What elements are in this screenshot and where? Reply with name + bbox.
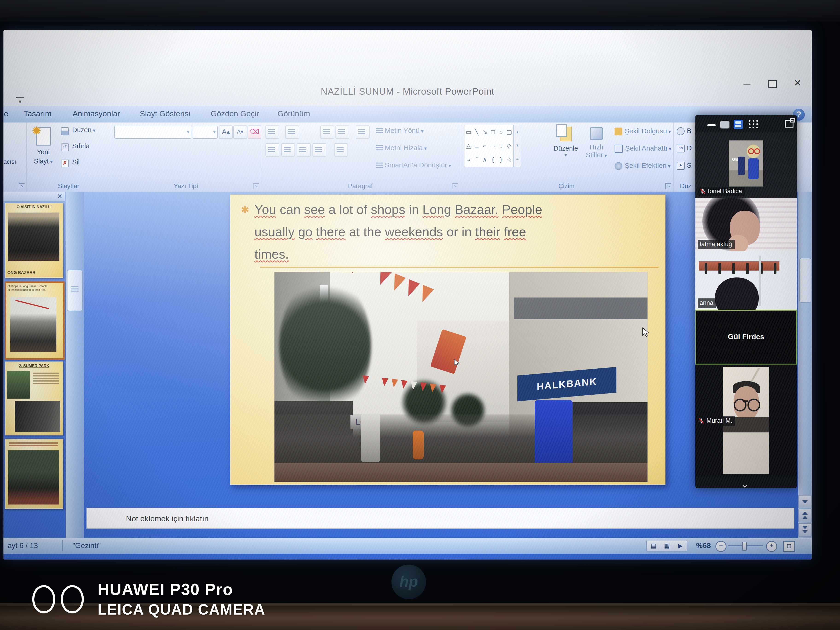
shape-left-brace-icon[interactable] — [489, 153, 497, 167]
speaker-view-icon[interactable] — [734, 120, 743, 129]
meeting-collapse-icon[interactable] — [720, 121, 729, 128]
shape-rectangle-icon[interactable] — [489, 125, 497, 139]
reset-button[interactable]: ↺ Sıfırla — [61, 142, 90, 151]
format-painter-label-partial[interactable]: acısı — [3, 158, 16, 165]
tab-tasarim[interactable]: Tasarım — [24, 109, 52, 118]
shape-oval-icon[interactable] — [497, 125, 505, 139]
tab-gozden-gecir[interactable]: Gözden Geçir — [211, 109, 259, 118]
slide-sorter-button[interactable] — [660, 540, 674, 551]
shape-down-arrow-icon[interactable] — [497, 139, 505, 153]
shape-right-arrow-icon[interactable] — [489, 139, 497, 153]
shape-fill-button[interactable]: Şekil Dolgusu — [614, 127, 671, 136]
tab-slayt-gosterisi[interactable]: Slayt Gösterisi — [140, 109, 190, 118]
line-spacing-button[interactable] — [356, 125, 369, 139]
delete-slide-button[interactable]: ✗ Sil — [61, 158, 80, 167]
collapse-strip-chevron-icon[interactable] — [741, 478, 749, 488]
quick-styles-button[interactable]: Hızlı Stiller — [581, 125, 611, 178]
cizim-dialog-launcher-icon[interactable] — [665, 183, 671, 189]
decrease-indent-button[interactable] — [320, 125, 334, 139]
font-name-combo[interactable] — [114, 126, 191, 139]
gallery-view-icon[interactable] — [748, 119, 758, 129]
arrange-button[interactable]: Düzenle — [552, 125, 579, 178]
align-right-button[interactable] — [297, 143, 311, 156]
shape-rounded-rectangle-icon[interactable] — [505, 125, 513, 139]
pano-dialog-launcher-icon[interactable] — [19, 183, 25, 189]
shape-right-brace-icon[interactable] — [497, 153, 505, 167]
shape-curve-icon[interactable] — [481, 153, 489, 167]
restore-button[interactable] — [765, 77, 780, 88]
fit-to-window-button[interactable] — [783, 541, 795, 552]
thumbnail-panel-scrollbar[interactable] — [66, 191, 84, 538]
clear-formatting-button[interactable]: ⌫ — [248, 125, 261, 139]
slide-thumbnail-7[interactable]: 2. SUMER PARK — [5, 362, 63, 436]
select-button[interactable]: ➤S — [677, 162, 691, 170]
notes-pane[interactable]: Not eklemek için tıklatın — [86, 508, 794, 529]
grow-font-button[interactable]: A▴ — [219, 125, 233, 139]
participant-tile-fatma[interactable]: fatma aktuğ — [695, 198, 797, 251]
tab-partial-left[interactable]: e — [4, 109, 8, 118]
slide-scrollbar-thumb[interactable] — [799, 258, 812, 303]
participant-tile-ionel[interactable]: oa Ionel Bădica — [695, 133, 797, 198]
convert-smartart-button[interactable]: SmartArt'a Dönüştür — [376, 161, 451, 169]
minimize-button[interactable] — [740, 77, 754, 88]
previous-slide-button[interactable] — [798, 509, 812, 522]
shape-arc-icon[interactable] — [472, 153, 480, 167]
close-button[interactable] — [791, 77, 805, 88]
align-text-button[interactable]: Metni Hizala — [376, 144, 427, 152]
paragraf-dialog-launcher-icon[interactable] — [452, 183, 458, 189]
numbering-button[interactable] — [285, 125, 299, 139]
increase-indent-button[interactable] — [335, 125, 349, 139]
street-photo[interactable]: LC WAIKIKI HALKBANK LC — [274, 272, 648, 482]
participant-tile-murati[interactable]: Murati M. — [695, 365, 797, 477]
shapes-gallery[interactable] — [464, 125, 514, 167]
shape-outline-button[interactable]: Şekil Anahattı — [614, 144, 671, 153]
meeting-minimize-icon[interactable] — [707, 124, 716, 126]
align-left-button[interactable] — [265, 143, 279, 156]
shapes-scroll-buttons[interactable]: ▴▾≡ — [514, 125, 521, 167]
slide-canvas[interactable]: ✱ You can see a lot of shops in Long Baz… — [230, 194, 665, 485]
zoom-slider-handle[interactable] — [742, 542, 747, 551]
bullets-button[interactable] — [265, 125, 279, 139]
slide-scrollbar[interactable] — [798, 191, 812, 538]
scroll-down-button[interactable] — [798, 495, 812, 508]
shape-elbow-arrow-icon[interactable] — [481, 139, 489, 153]
shape-textbox-icon[interactable] — [464, 125, 472, 139]
slide-thumbnail-5[interactable]: O VISIT IN NAZILLI ONG BAZAAR — [5, 203, 63, 278]
new-slide-button[interactable]: ✹ Yeni Slayt — [30, 126, 57, 178]
shape-scribble-icon[interactable] — [464, 153, 472, 167]
panel-close-icon[interactable]: ✕ — [57, 193, 62, 200]
participant-tile-anna[interactable]: anna — [695, 251, 797, 310]
text-direction-button[interactable]: Metin Yönü — [376, 126, 423, 134]
layout-button[interactable]: Düzen — [61, 126, 95, 135]
font-size-combo[interactable] — [193, 126, 218, 139]
align-center-button[interactable] — [281, 143, 295, 156]
participant-tile-gul-active[interactable]: Gül Firdes — [695, 310, 797, 365]
find-button[interactable]: B — [677, 127, 691, 135]
shape-triangle-icon[interactable] — [464, 139, 472, 153]
slideshow-button[interactable] — [674, 540, 687, 551]
tab-animasyonlar[interactable]: Animasyonlar — [73, 109, 120, 118]
slide-word: shops — [371, 202, 405, 217]
shrink-font-button[interactable]: A▾ — [233, 125, 247, 139]
normal-view-button[interactable] — [647, 540, 660, 551]
popout-icon[interactable] — [785, 120, 794, 128]
shape-arrow-icon[interactable] — [481, 125, 489, 139]
zoom-in-button[interactable]: + — [766, 541, 777, 552]
slide-thumbnail-8[interactable] — [5, 439, 63, 509]
yazi-tipi-dialog-launcher-icon[interactable] — [253, 183, 259, 189]
next-slide-button[interactable] — [798, 523, 812, 537]
shape-elbow-connector-icon[interactable] — [472, 139, 480, 153]
shape-effects-button[interactable]: Şekil Efektleri — [614, 162, 671, 170]
thumbnail-scrollbar-thumb[interactable] — [67, 270, 83, 311]
replace-button[interactable]: abD — [677, 144, 692, 152]
shape-line-icon[interactable] — [472, 125, 480, 139]
slide-text-box[interactable]: You can see a lot of shops in Long Bazaa… — [254, 198, 664, 265]
slide-thumbnail-6-selected[interactable]: of shops in Long Bazaar. People at the w… — [5, 281, 65, 360]
columns-button[interactable] — [334, 143, 348, 156]
tab-gorunum[interactable]: Görünüm — [278, 109, 310, 118]
zoom-out-button[interactable]: − — [715, 541, 726, 552]
justify-button[interactable] — [313, 143, 326, 156]
shape-star-icon[interactable] — [505, 153, 513, 167]
quick-access-dropdown-icon[interactable] — [16, 97, 24, 106]
shape-diamond-icon[interactable] — [505, 139, 513, 153]
